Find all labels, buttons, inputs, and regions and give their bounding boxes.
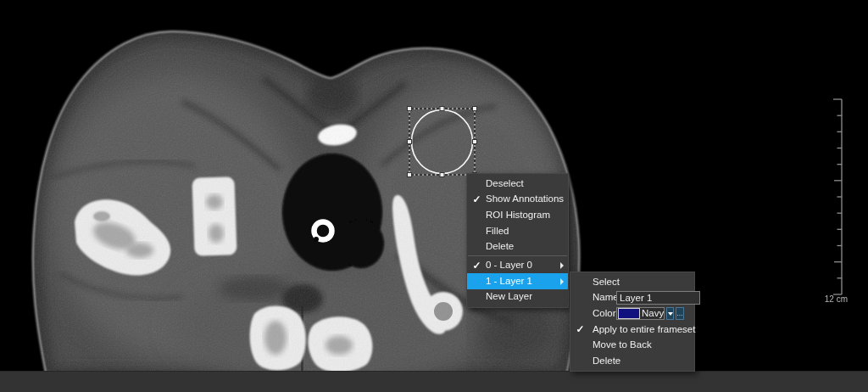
menu-item-roi-histogram[interactable]: ROI Histogram [467, 207, 568, 223]
layer-submenu: Select Name Color Navy … ✓ Apply to enti… [570, 272, 695, 372]
menu-item-label: Deselect [486, 179, 524, 189]
submenu-name-row: Name [570, 290, 694, 306]
color-combobox[interactable]: Navy [616, 307, 665, 320]
check-icon: ✓ [470, 192, 484, 208]
color-label: Color [593, 309, 615, 319]
ct-viewport[interactable]: 12 cm [0, 0, 868, 392]
check-icon: ✓ [470, 257, 484, 273]
scale-label: 12 cm [825, 294, 848, 304]
menu-item-show-annotations[interactable]: ✓ Show Annotations [467, 192, 568, 208]
application-window: 12 cm Deselect ✓ Show Annotations ROI Hi… [0, 0, 868, 392]
menu-separator [468, 255, 567, 256]
color-value: Navy [642, 309, 664, 319]
layer-name-input[interactable] [616, 291, 700, 305]
context-menu: Deselect ✓ Show Annotations ROI Histogra… [466, 173, 569, 308]
name-label: Name [593, 293, 615, 303]
menu-item-new-layer[interactable]: New Layer [467, 289, 568, 305]
submenu-item-delete[interactable]: Delete [570, 353, 694, 369]
menu-item-label: Move to Back [593, 340, 652, 350]
menu-item-label: Filled [486, 227, 509, 237]
menu-item-label: ROI Histogram [486, 210, 550, 221]
menu-item-label: Select [593, 277, 620, 288]
menu-item-label: New Layer [486, 292, 532, 302]
menu-item-deselect[interactable]: Deselect [467, 176, 568, 192]
submenu-arrow-icon [560, 262, 564, 269]
submenu-item-select[interactable]: Select [570, 274, 694, 290]
menu-item-label: Show Annotations [486, 194, 564, 204]
status-bar [0, 371, 868, 392]
menu-item-delete[interactable]: Delete [467, 239, 568, 255]
check-icon: ✓ [573, 322, 587, 338]
color-more-button[interactable]: … [676, 307, 684, 320]
menu-item-label: 0 - Layer 0 [486, 260, 532, 271]
menu-item-layer-1[interactable]: 1 - Layer 1 [467, 273, 568, 289]
submenu-item-move-to-back[interactable]: Move to Back [570, 338, 694, 354]
submenu-color-row: Color Navy … [570, 305, 694, 322]
menu-item-layer-0[interactable]: ✓ 0 - Layer 0 [467, 257, 568, 273]
menu-item-filled[interactable]: Filled [467, 223, 568, 239]
menu-item-label: Delete [593, 356, 620, 367]
submenu-item-apply-frameset[interactable]: ✓ Apply to entire frameset [570, 322, 694, 338]
color-dropdown-button[interactable] [666, 307, 674, 320]
menu-item-label: Apply to entire frameset [593, 325, 695, 335]
dropdown-arrow-icon [668, 312, 673, 316]
menu-item-label: 1 - Layer 1 [486, 277, 532, 287]
submenu-arrow-icon [560, 278, 564, 285]
ct-scan-image: 12 cm [0, 0, 868, 392]
color-swatch [618, 308, 640, 319]
menu-item-label: Delete [486, 242, 514, 252]
